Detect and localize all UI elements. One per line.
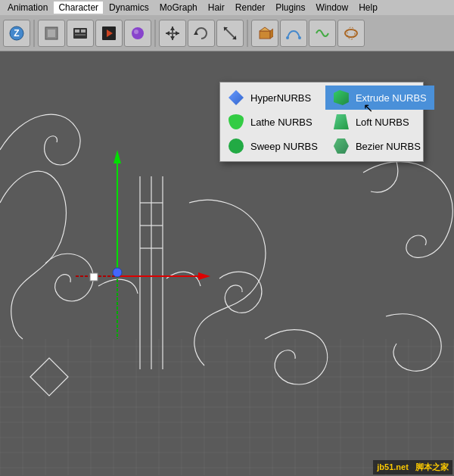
dropdown-right-col: Extrude NURBS Loft NURBS Bezier NURBS	[325, 86, 434, 158]
dropdown-left-col: HyperNURBS Lathe NURBS Sweep NURBS	[220, 86, 325, 158]
bezier-nurbs-item[interactable]: Bezier NURBS	[325, 134, 434, 158]
y-axis-arrow	[114, 150, 121, 163]
sweep-nurbs-icon	[228, 138, 244, 154]
svg-point-26	[298, 36, 301, 39]
viewport[interactable]: HyperNURBS Lathe NURBS Sweep NURBS	[0, 51, 454, 476]
lathe-nurbs-icon	[228, 114, 244, 130]
lathe-nurbs-shape	[229, 114, 244, 129]
move-tool-button[interactable]	[159, 20, 186, 47]
menu-animation[interactable]: Animation	[3, 2, 52, 14]
svg-marker-23	[260, 27, 270, 31]
loft-nurbs-shape	[334, 114, 349, 129]
svg-rect-6	[81, 30, 86, 33]
material-button[interactable]	[124, 20, 151, 47]
watermark-site: jb51.net	[377, 462, 409, 471]
menu-dynamics[interactable]: Dynamics	[104, 2, 154, 14]
spline-tool-button[interactable]	[280, 20, 307, 47]
loft-nurbs-item[interactable]: Loft NURBS	[325, 110, 434, 134]
menu-mograph[interactable]: MoGraph	[155, 2, 202, 14]
sweep-nurbs-item[interactable]: Sweep NURBS	[220, 134, 325, 158]
extrude-nurbs-shape	[334, 90, 349, 105]
menu-help[interactable]: Help	[354, 2, 382, 14]
svg-marker-24	[270, 29, 273, 39]
handle-square	[90, 273, 98, 281]
box-primitive-button[interactable]	[251, 20, 278, 47]
svg-marker-14	[170, 26, 175, 30]
scale-tool-button[interactable]	[216, 20, 244, 47]
svg-marker-15	[170, 36, 175, 40]
nurbs-dropdown: HyperNURBS Lathe NURBS Sweep NURBS	[219, 82, 424, 162]
extrude-nurbs-item[interactable]: Extrude NURBS	[325, 86, 434, 110]
render-button[interactable]	[95, 20, 123, 47]
menu-hair[interactable]: Hair	[204, 2, 229, 14]
bezier-nurbs-label: Bezier NURBS	[356, 141, 421, 152]
hyper-nurbs-icon	[228, 89, 244, 106]
svg-point-25	[286, 36, 289, 39]
svg-rect-7	[75, 34, 86, 36]
menu-render[interactable]: Render	[231, 2, 269, 14]
sweep-nurbs-label: Sweep NURBS	[250, 141, 318, 152]
objects-button[interactable]	[38, 20, 65, 47]
sep3	[247, 20, 248, 47]
watermark-brand: 脚本之家	[415, 462, 449, 471]
svg-marker-17	[176, 31, 179, 36]
x-axis-arrow	[198, 272, 210, 280]
timeline-button[interactable]	[67, 20, 94, 47]
grid	[0, 339, 454, 475]
svg-text:Z: Z	[14, 28, 19, 39]
loft-nurbs-label: Loft NURBS	[356, 117, 409, 128]
svg-rect-22	[260, 31, 270, 39]
extrude-nurbs-icon	[333, 89, 350, 106]
extrude-nurbs-label: Extrude NURBS	[356, 92, 427, 104]
loft-nurbs-icon	[333, 114, 350, 130]
nurbs-button[interactable]	[309, 20, 336, 47]
svg-marker-18	[194, 31, 198, 35]
toolbar: Z	[0, 15, 454, 51]
undo-button[interactable]: Z	[3, 20, 30, 47]
svg-rect-3	[48, 30, 55, 37]
sweep-nurbs-shape	[229, 138, 244, 154]
menubar: Animation Character Dynamics MoGraph Hai…	[0, 0, 454, 15]
hyper-nurbs-label: HyperNURBS	[250, 92, 311, 104]
menu-window[interactable]: Window	[312, 2, 353, 14]
menu-plugins[interactable]: Plugins	[271, 2, 309, 14]
svg-point-11	[134, 30, 138, 34]
bezier-nurbs-shape	[334, 138, 349, 154]
rotate-tool-button[interactable]	[188, 20, 215, 47]
sep2	[154, 20, 156, 47]
pivot-dot	[113, 268, 122, 277]
dropdown-content: HyperNURBS Lathe NURBS Sweep NURBS	[220, 86, 423, 158]
sep1	[33, 20, 35, 47]
menu-character[interactable]: Character	[54, 2, 103, 14]
hyper-nurbs-shape	[229, 90, 244, 105]
svg-rect-5	[75, 30, 79, 33]
lathe-nurbs-label: Lathe NURBS	[250, 117, 313, 128]
hyper-nurbs-item[interactable]: HyperNURBS	[220, 86, 325, 110]
lathe-nurbs-item[interactable]: Lathe NURBS	[220, 110, 325, 134]
svg-point-27	[345, 30, 357, 37]
watermark: jb51.net 脚本之家	[373, 460, 452, 474]
svg-marker-16	[166, 31, 169, 36]
bezier-nurbs-icon	[333, 138, 350, 154]
deformer-button[interactable]	[337, 20, 365, 47]
